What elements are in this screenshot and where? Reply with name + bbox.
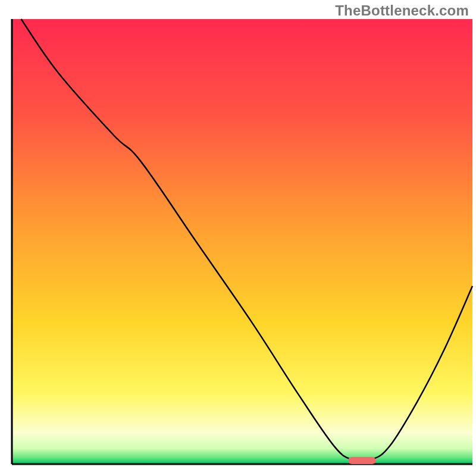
bottleneck-chart: TheBottleneck.com [0, 0, 476, 476]
plot-background [12, 19, 472, 464]
optimal-marker [348, 457, 375, 464]
watermark-label: TheBottleneck.com [335, 2, 469, 19]
chart-canvas [0, 0, 476, 476]
